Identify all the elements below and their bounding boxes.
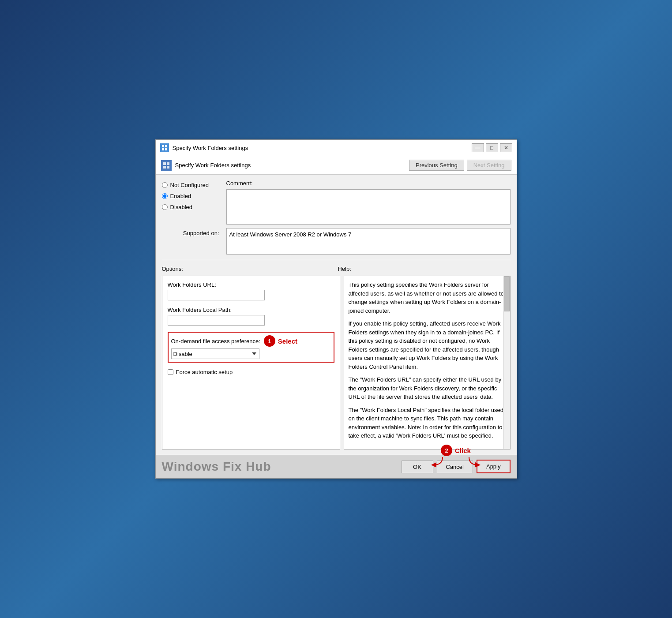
help-para-1: This policy setting specifies the Work F…	[349, 281, 506, 315]
supported-label: Supported on:	[162, 228, 219, 236]
comment-label: Comment:	[226, 180, 511, 187]
svg-rect-4	[163, 162, 166, 165]
window-controls: — □ ✕	[472, 143, 512, 152]
enabled-radio[interactable]: Enabled	[162, 193, 219, 199]
select-badge: 1 Select	[264, 335, 297, 347]
help-panel: This policy setting specifies the Work F…	[344, 276, 511, 449]
disabled-radio[interactable]: Disabled	[162, 204, 219, 210]
header-left: Specify Work Folders settings	[161, 160, 251, 171]
url-input[interactable]	[168, 290, 265, 300]
on-demand-label: On-demand file access preference:	[171, 338, 260, 345]
help-label-area: Help:	[338, 266, 511, 272]
badge2-text: Click	[455, 447, 471, 454]
svg-rect-0	[162, 145, 164, 147]
force-setup-checkbox-label[interactable]: Force automatic setup	[168, 369, 334, 375]
badge1-circle: 1	[264, 335, 275, 347]
force-setup-checkbox[interactable]	[168, 369, 173, 375]
help-label: Help:	[338, 266, 351, 272]
minimize-button[interactable]: —	[472, 143, 484, 152]
not-configured-radio[interactable]: Not Configured	[162, 182, 219, 188]
svg-rect-1	[165, 145, 167, 147]
footer-bar: Windows Fix Hub 2 Click	[156, 455, 517, 478]
header-title: Specify Work Folders settings	[175, 162, 251, 169]
options-label-area: Options:	[162, 266, 334, 272]
watermark: Windows Fix Hub	[162, 460, 271, 474]
header-buttons: Previous Setting Next Setting	[409, 160, 511, 171]
supported-section: Supported on: At least Windows Server 20…	[162, 228, 511, 255]
top-section: Not Configured Enabled Disabled Comment:	[162, 180, 511, 225]
help-para-3: The "Work Folders URL" can specify eithe…	[349, 375, 506, 401]
badge2-circle: 2	[441, 445, 452, 456]
on-demand-box: On-demand file access preference: 1 Sele…	[168, 332, 334, 363]
section-labels-row: Options: Help:	[162, 266, 511, 272]
next-setting-button[interactable]: Next Setting	[467, 160, 511, 171]
previous-setting-button[interactable]: Previous Setting	[409, 160, 464, 171]
badge1-text: Select	[278, 337, 297, 345]
svg-rect-7	[167, 166, 169, 169]
click-arrows	[429, 456, 482, 467]
divider	[162, 260, 511, 260]
header-icon	[161, 160, 172, 171]
content-area: Not Configured Enabled Disabled Comment:…	[156, 175, 517, 455]
url-field-group: Work Folders URL:	[168, 281, 334, 300]
force-setup-label: Force automatic setup	[176, 369, 233, 375]
main-window: Specify Work Folders settings — □ ✕ Spec…	[155, 139, 517, 479]
comment-section: Comment:	[226, 180, 511, 225]
ok-button[interactable]: OK	[402, 461, 433, 473]
path-input[interactable]	[168, 315, 265, 326]
footer-buttons: 2 Click OK Cancel	[402, 460, 511, 473]
svg-rect-3	[165, 148, 167, 150]
help-para-2: If you enable this policy setting, affec…	[349, 319, 506, 371]
on-demand-label-row: On-demand file access preference: 1 Sele…	[171, 335, 331, 347]
url-label: Work Folders URL:	[168, 281, 334, 288]
maximize-button[interactable]: □	[486, 143, 498, 152]
help-para-4: The "Work Folders Local Path" specifies …	[349, 406, 506, 440]
path-label: Work Folders Local Path:	[168, 307, 334, 313]
window-title: Specify Work Folders settings	[173, 145, 472, 151]
radio-group: Not Configured Enabled Disabled	[162, 180, 219, 210]
supported-value: At least Windows Server 2008 R2 or Windo…	[226, 228, 511, 255]
comment-textarea[interactable]	[226, 189, 511, 225]
scrollbar-thumb[interactable]	[504, 276, 510, 311]
badge2-row: 2 Click	[441, 445, 471, 456]
close-button[interactable]: ✕	[500, 143, 512, 152]
scrollbar-track[interactable]	[503, 276, 510, 449]
options-help-row: Work Folders URL: Work Folders Local Pat…	[162, 276, 511, 449]
footer-btn-area: 2 Click OK Cancel	[402, 460, 511, 473]
help-text: This policy setting specifies the Work F…	[344, 276, 511, 449]
svg-rect-5	[167, 162, 169, 165]
click-annotation: 2 Click	[429, 445, 482, 467]
svg-rect-2	[162, 148, 164, 150]
path-field-group: Work Folders Local Path:	[168, 307, 334, 326]
on-demand-select[interactable]: Disable Enable	[171, 348, 259, 359]
options-panel: Work Folders URL: Work Folders Local Pat…	[162, 276, 340, 449]
svg-rect-6	[163, 166, 166, 169]
title-bar: Specify Work Folders settings — □ ✕	[156, 140, 517, 156]
options-label: Options:	[162, 266, 183, 272]
window-icon	[160, 143, 169, 152]
header-bar: Specify Work Folders settings Previous S…	[156, 156, 517, 175]
